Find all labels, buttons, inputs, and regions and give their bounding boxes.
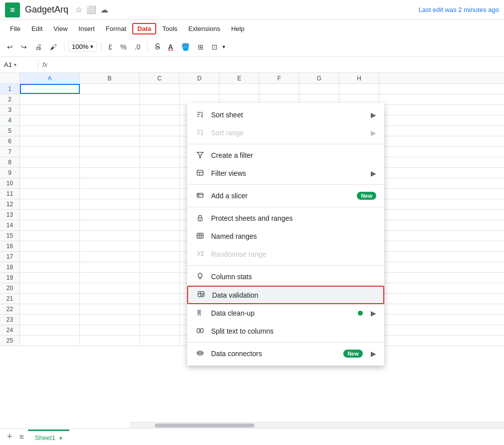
- cell-b18[interactable]: [80, 262, 140, 272]
- col-header-g[interactable]: G: [299, 73, 339, 83]
- cell-b16[interactable]: [80, 241, 140, 251]
- cell-b8[interactable]: [80, 157, 140, 167]
- cell-c1[interactable]: [140, 84, 180, 94]
- cell-b15[interactable]: [80, 231, 140, 241]
- cell-b2[interactable]: [80, 94, 140, 104]
- cell-d1[interactable]: [180, 84, 220, 94]
- cell-a25[interactable]: [20, 336, 80, 346]
- cell-b5[interactable]: [80, 126, 140, 136]
- cell-c21[interactable]: [140, 294, 180, 304]
- cell-b4[interactable]: [80, 115, 140, 125]
- row-header-5[interactable]: 5: [0, 126, 20, 136]
- cell-a22[interactable]: [20, 304, 80, 314]
- cell-a4[interactable]: [20, 115, 80, 125]
- row-header-16[interactable]: 16: [0, 241, 20, 251]
- menu-item-sort-sheet[interactable]: Sort sheet ▶: [187, 106, 384, 124]
- fill-color-button[interactable]: 🪣: [178, 41, 193, 53]
- cell-b23[interactable]: [80, 315, 140, 325]
- scrollbar-thumb[interactable]: [155, 424, 254, 428]
- cell-b10[interactable]: [80, 178, 140, 188]
- sheet-tab-sheet1[interactable]: Sheet1 ▾: [28, 430, 69, 445]
- sheet-tab-arrow[interactable]: ▾: [59, 435, 62, 441]
- cell-a13[interactable]: [20, 210, 80, 220]
- menu-extensions[interactable]: Extensions: [184, 23, 226, 34]
- row-header-15[interactable]: 15: [0, 231, 20, 241]
- row-header-22[interactable]: 22: [0, 304, 20, 314]
- cell-b24[interactable]: [80, 325, 140, 335]
- cell-c9[interactable]: [140, 168, 180, 178]
- cell-c19[interactable]: [140, 273, 180, 283]
- cell-e1[interactable]: [220, 84, 259, 94]
- cell-a16[interactable]: [20, 241, 80, 251]
- cell-b22[interactable]: [80, 304, 140, 314]
- cell-b21[interactable]: [80, 294, 140, 304]
- folder-icon[interactable]: ⬜: [86, 5, 96, 14]
- sheet-list-button[interactable]: ≡: [19, 433, 24, 442]
- cell-a7[interactable]: [20, 147, 80, 157]
- cell-a19[interactable]: [20, 273, 80, 283]
- col-header-d[interactable]: D: [180, 73, 220, 83]
- cell-c24[interactable]: [140, 325, 180, 335]
- cloud-icon[interactable]: ☁: [100, 5, 108, 14]
- menu-item-data-connectors[interactable]: Data connectors New ▶: [187, 345, 384, 363]
- cell-h1[interactable]: [339, 84, 379, 94]
- menu-tools[interactable]: Tools: [157, 23, 182, 34]
- cell-a15[interactable]: [20, 231, 80, 241]
- menu-data[interactable]: Data: [132, 23, 156, 34]
- menu-item-column-stats[interactable]: Column stats: [187, 268, 384, 286]
- row-header-18[interactable]: 18: [0, 262, 20, 272]
- menu-item-split-text[interactable]: Split text to columns: [187, 322, 384, 340]
- undo-button[interactable]: ↩: [4, 41, 16, 53]
- cell-a10[interactable]: [20, 178, 80, 188]
- cell-c17[interactable]: [140, 252, 180, 262]
- decimal-button[interactable]: .0: [132, 41, 144, 53]
- cell-a8[interactable]: [20, 157, 80, 167]
- row-header-10[interactable]: 10: [0, 178, 20, 188]
- menu-insert[interactable]: Insert: [73, 23, 100, 34]
- cell-a23[interactable]: [20, 315, 80, 325]
- cell-b20[interactable]: [80, 283, 140, 293]
- cell-g1[interactable]: [299, 84, 339, 94]
- row-header-25[interactable]: 25: [0, 336, 20, 346]
- cell-b25[interactable]: [80, 336, 140, 346]
- cell-b14[interactable]: [80, 220, 140, 230]
- col-header-h[interactable]: H: [339, 73, 379, 83]
- cell-c4[interactable]: [140, 115, 180, 125]
- cell-a17[interactable]: [20, 252, 80, 262]
- row-header-6[interactable]: 6: [0, 136, 20, 146]
- col-header-b[interactable]: B: [80, 73, 140, 83]
- star-icon[interactable]: ☆: [75, 5, 82, 14]
- cell-c3[interactable]: [140, 105, 180, 115]
- col-header-e[interactable]: E: [220, 73, 259, 83]
- menu-format[interactable]: Format: [101, 23, 131, 34]
- cell-c23[interactable]: [140, 315, 180, 325]
- cell-b17[interactable]: [80, 252, 140, 262]
- cell-b7[interactable]: [80, 147, 140, 157]
- cell-c5[interactable]: [140, 126, 180, 136]
- cell-c16[interactable]: [140, 241, 180, 251]
- merge-button[interactable]: ⊡: [209, 41, 221, 53]
- cell-b1[interactable]: [80, 84, 140, 94]
- row-header-4[interactable]: 4: [0, 115, 20, 125]
- cell-a12[interactable]: [20, 199, 80, 209]
- cell-c25[interactable]: [140, 336, 180, 346]
- cell-b12[interactable]: [80, 199, 140, 209]
- cell-c15[interactable]: [140, 231, 180, 241]
- cell-b11[interactable]: [80, 189, 140, 199]
- cell-ref-arrow[interactable]: ▾: [14, 62, 16, 67]
- currency-button[interactable]: £: [105, 41, 115, 53]
- horizontal-scrollbar[interactable]: [130, 422, 504, 428]
- cell-c13[interactable]: [140, 210, 180, 220]
- row-header-3[interactable]: 3: [0, 105, 20, 115]
- cell-a9[interactable]: [20, 168, 80, 178]
- cell-a1[interactable]: [20, 84, 80, 94]
- cell-f1[interactable]: [259, 84, 299, 94]
- cell-a14[interactable]: [20, 220, 80, 230]
- cell-b6[interactable]: [80, 136, 140, 146]
- col-header-c[interactable]: C: [140, 73, 180, 83]
- row-header-2[interactable]: 2: [0, 94, 20, 104]
- cell-b13[interactable]: [80, 210, 140, 220]
- redo-button[interactable]: ↪: [18, 41, 30, 53]
- cell-a5[interactable]: [20, 126, 80, 136]
- menu-item-filter-views[interactable]: Filter views ▶: [187, 164, 384, 182]
